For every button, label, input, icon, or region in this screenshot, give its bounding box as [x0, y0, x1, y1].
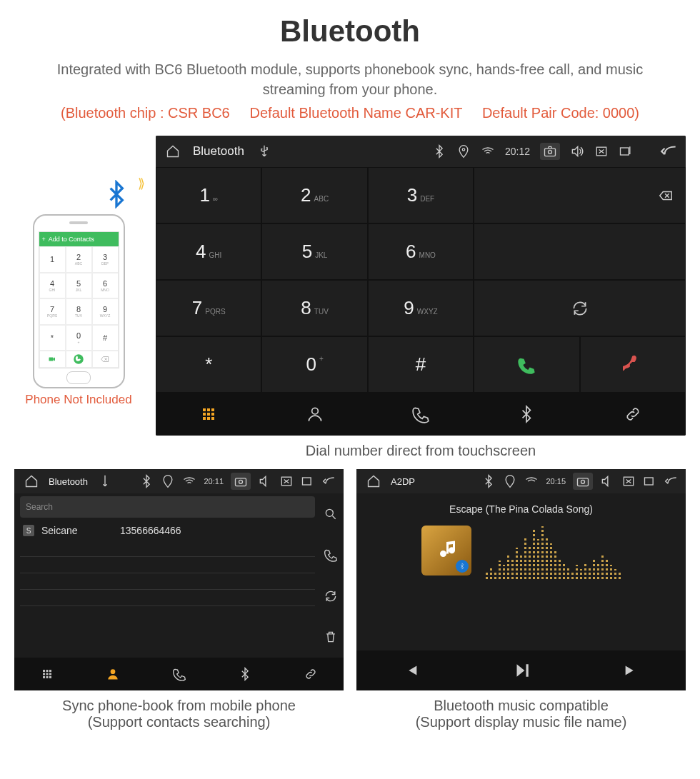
svg-rect-0	[49, 358, 54, 361]
side-search-icon[interactable]	[324, 503, 338, 525]
phone-key-3: 3DEF	[92, 246, 119, 273]
key-0[interactable]: 0+	[261, 336, 367, 393]
phone-key-#: #	[92, 325, 119, 351]
bluetooth-icon: ⟫	[102, 180, 131, 208]
key-4[interactable]: 4GHI	[156, 223, 261, 280]
spec-name: Default Bluetooth Name CAR-KIT	[250, 105, 463, 121]
svg-point-31	[111, 669, 116, 674]
nav-link[interactable]	[580, 393, 686, 436]
wifi-icon	[481, 144, 495, 159]
wifi-icon	[182, 474, 196, 488]
side-refresh-icon[interactable]	[324, 585, 338, 607]
phone-key-1: 1	[39, 246, 66, 273]
key-8[interactable]: 8TUV	[261, 280, 367, 336]
phone-key-2: 2ABC	[66, 246, 92, 273]
screen-title: Bluetooth	[49, 476, 88, 487]
close-button[interactable]	[594, 144, 609, 159]
location-icon	[161, 474, 175, 488]
svg-rect-30	[49, 676, 51, 678]
svg-point-18	[239, 480, 243, 483]
contacts-screen: Bluetooth 20:11	[14, 469, 344, 690]
nav-bluetooth[interactable]	[212, 658, 278, 690]
key-6[interactable]: 6MNO	[368, 223, 474, 280]
key-9[interactable]: 9WXYZ	[368, 280, 474, 336]
key-3[interactable]: 3DEF	[368, 167, 474, 223]
contact-number: 13566664466	[120, 525, 181, 536]
dialer-caption: Dial number direct from touchscreen	[156, 443, 686, 459]
backspace-button[interactable]	[474, 167, 686, 223]
nav-dialpad[interactable]	[14, 658, 80, 690]
back-button[interactable]	[322, 474, 336, 488]
call-button[interactable]	[474, 336, 579, 393]
back-button[interactable]	[660, 142, 679, 161]
svg-rect-25	[43, 673, 45, 675]
back-button[interactable]	[664, 474, 679, 488]
redial-button[interactable]	[474, 280, 686, 336]
wifi-icon	[524, 474, 539, 488]
key-hash[interactable]: #	[368, 336, 474, 393]
svg-rect-12	[211, 413, 214, 416]
key-star[interactable]: *	[156, 336, 261, 393]
svg-point-16	[311, 408, 318, 414]
nav-bluetooth[interactable]	[474, 393, 579, 436]
dialer-screen: Bluetooth 20:12	[156, 136, 686, 436]
hangup-button[interactable]	[580, 336, 686, 393]
phone-caption: Phone Not Included	[14, 393, 143, 407]
nav-link[interactable]	[278, 658, 344, 690]
svg-rect-6	[621, 148, 629, 155]
svg-rect-24	[49, 670, 51, 672]
play-pause-button[interactable]	[466, 650, 576, 690]
contacts-bottom-nav	[14, 658, 344, 690]
volume-button[interactable]	[600, 474, 614, 488]
screenshot-button[interactable]	[231, 473, 251, 490]
volume-button[interactable]	[258, 474, 272, 488]
contacts-caption-1: Sync phone-book from mobile phone	[14, 698, 344, 714]
key-5[interactable]: 5JKL	[261, 223, 367, 280]
nav-calls[interactable]	[146, 658, 211, 690]
side-call-icon[interactable]	[324, 544, 338, 566]
usb-icon	[254, 141, 274, 161]
next-button[interactable]	[576, 650, 686, 690]
home-icon[interactable]	[21, 471, 41, 491]
home-icon[interactable]	[364, 471, 384, 491]
volume-button[interactable]	[570, 144, 584, 159]
screenshot-button[interactable]	[573, 473, 593, 490]
recents-button[interactable]	[619, 144, 633, 159]
svg-point-4	[549, 150, 552, 154]
close-button[interactable]	[621, 474, 636, 488]
prev-button[interactable]	[356, 650, 466, 690]
phone-key-7: 7PQRS	[39, 298, 66, 325]
nav-contacts[interactable]	[261, 393, 367, 436]
phone-mockup: ⟫ +Add to Contacts 12ABC3DEF4GHI5JKL6MNO…	[14, 136, 143, 407]
dial-icon	[66, 351, 92, 368]
side-delete-icon[interactable]	[324, 626, 338, 648]
empty-1	[474, 223, 686, 280]
close-button[interactable]	[279, 474, 294, 488]
contacts-status-bar: Bluetooth 20:11	[14, 469, 344, 493]
svg-point-2	[462, 149, 464, 151]
recents-button[interactable]	[301, 474, 315, 488]
phone-key-*: *	[39, 325, 66, 351]
usb-icon	[95, 471, 115, 491]
nav-calls[interactable]	[368, 393, 474, 436]
home-icon[interactable]	[163, 141, 183, 161]
key-7[interactable]: 7PQRS	[156, 280, 261, 336]
nav-contacts[interactable]	[80, 658, 146, 690]
svg-rect-22	[43, 670, 45, 672]
backspace-icon	[92, 351, 119, 368]
svg-rect-14	[207, 417, 210, 420]
search-input[interactable]: Search	[20, 496, 315, 518]
key-1[interactable]: 1∞	[156, 167, 261, 223]
svg-rect-3	[545, 149, 556, 156]
phone-key-9: 9WXYZ	[92, 298, 119, 325]
recents-button[interactable]	[643, 474, 657, 488]
screenshot-button[interactable]	[540, 143, 560, 160]
spec-chip: (Bluetooth chip : CSR BC6	[61, 105, 230, 121]
phone-key-4: 4GHI	[39, 273, 66, 299]
contact-row[interactable]: S Seicane 13566664466	[14, 521, 344, 541]
nav-dialpad[interactable]	[156, 393, 261, 436]
svg-rect-20	[303, 478, 311, 485]
svg-rect-10	[203, 413, 206, 416]
key-2[interactable]: 2ABC	[261, 167, 367, 223]
svg-rect-17	[236, 478, 246, 486]
